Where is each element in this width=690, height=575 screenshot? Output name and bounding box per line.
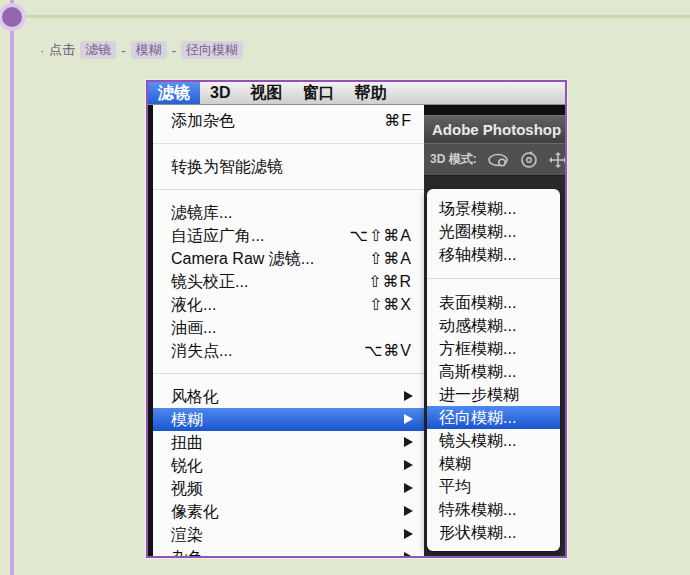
menu-item-distort[interactable]: 扭曲 xyxy=(153,431,424,454)
menu-item-noise[interactable]: 杂色 xyxy=(153,546,424,556)
submenu-arrow-icon xyxy=(404,506,413,516)
submenu-item-radial-blur[interactable]: 径向模糊... xyxy=(427,406,560,429)
instruction-action: 点击 xyxy=(49,41,75,59)
menu-item-lens-correction[interactable]: 镜头校正... ⇧⌘R xyxy=(153,270,424,293)
submenu-item-smart-blur[interactable]: 特殊模糊... xyxy=(427,498,560,521)
submenu-item-lens-blur[interactable]: 镜头模糊... xyxy=(427,429,560,452)
submenu-item-box-blur[interactable]: 方框模糊... xyxy=(427,337,560,360)
submenu-arrow-icon xyxy=(404,529,413,539)
step-tag-radial-blur: 径向模糊 xyxy=(181,41,243,59)
pan-3d-icon[interactable] xyxy=(548,151,567,169)
shortcut-label: ⌥⌘V xyxy=(364,339,412,362)
menubar-item-3d[interactable]: 3D xyxy=(200,82,240,104)
submenu-item-shape-blur[interactable]: 形状模糊... xyxy=(427,521,560,544)
submenu-item-average[interactable]: 平均 xyxy=(427,475,560,498)
menu-item-render[interactable]: 渲染 xyxy=(153,523,424,546)
submenu-item-tilt-shift[interactable]: 移轴模糊... xyxy=(427,243,560,266)
menu-item-sharpen[interactable]: 锐化 xyxy=(153,454,424,477)
window-title: Adobe Photoshop xyxy=(424,115,565,143)
step-separator: - xyxy=(172,43,176,58)
submenu-item-blur-more[interactable]: 进一步模糊 xyxy=(427,383,560,406)
blur-submenu: 场景模糊... 光圈模糊... 移轴模糊... 表面模糊... 动感模糊... … xyxy=(427,189,560,551)
submenu-item-iris-blur[interactable]: 光圈模糊... xyxy=(427,220,560,243)
menu-item-adaptive-wide-angle[interactable]: 自适应广角... ⌥⇧⌘A xyxy=(153,224,424,247)
submenu-arrow-icon xyxy=(404,414,413,424)
submenu-arrow-icon xyxy=(404,391,413,401)
menubar-item-window[interactable]: 窗口 xyxy=(292,82,344,104)
menu-item-stylize[interactable]: 风格化 xyxy=(153,385,424,408)
menu-separator xyxy=(153,373,424,374)
submenu-arrow-icon xyxy=(404,437,413,447)
shortcut-label: ⇧⌘A xyxy=(369,247,412,270)
menubar-item-view[interactable]: 视图 xyxy=(240,82,292,104)
step-tag-blur: 模糊 xyxy=(131,41,167,59)
submenu-arrow-icon xyxy=(404,460,413,470)
menu-item-blur[interactable]: 模糊 xyxy=(153,408,424,431)
instruction-bullet: · xyxy=(40,43,44,58)
menu-item-oil-paint[interactable]: 油画... xyxy=(153,316,424,339)
submenu-item-gaussian-blur[interactable]: 高斯模糊... xyxy=(427,360,560,383)
menu-item-filter-gallery[interactable]: 滤镜库... xyxy=(153,201,424,224)
menu-item-pixelate[interactable]: 像素化 xyxy=(153,500,424,523)
menu-item-liquify[interactable]: 液化... ⇧⌘X xyxy=(153,293,424,316)
menu-separator xyxy=(427,278,560,279)
annotation-vertical-line xyxy=(10,0,14,575)
menu-separator xyxy=(153,189,424,190)
step-tag-filter: 滤镜 xyxy=(80,41,116,59)
submenu-arrow-icon xyxy=(404,483,413,493)
menubar-item-help[interactable]: 帮助 xyxy=(344,82,396,104)
menu-item-video[interactable]: 视频 xyxy=(153,477,424,500)
menu-item-convert-smart-filters[interactable]: 转换为智能滤镜 xyxy=(153,155,424,178)
menubar-item-filter[interactable]: 滤镜 xyxy=(148,82,200,104)
instruction-line: · 点击 滤镜 - 模糊 - 径向模糊 xyxy=(40,41,243,59)
options-bar: 3D 模式: xyxy=(424,143,565,176)
shortcut-label: ⇧⌘X xyxy=(369,293,412,316)
photoshop-screenshot: 滤镜 3D 视图 窗口 帮助 Adobe Photoshop 3D 模式: xyxy=(146,80,567,558)
submenu-item-motion-blur[interactable]: 动感模糊... xyxy=(427,314,560,337)
annotation-horizontal-line xyxy=(16,15,690,18)
app-menubar: 滤镜 3D 视图 窗口 帮助 xyxy=(148,82,565,105)
submenu-item-surface-blur[interactable]: 表面模糊... xyxy=(427,291,560,314)
shortcut-label: ⌥⇧⌘A xyxy=(349,224,412,247)
3d-mode-label: 3D 模式: xyxy=(430,151,477,168)
step-separator: - xyxy=(121,43,125,58)
submenu-item-blur[interactable]: 模糊 xyxy=(427,452,560,475)
shortcut-label: ⇧⌘R xyxy=(368,270,412,293)
menu-item-vanishing-point[interactable]: 消失点... ⌥⌘V xyxy=(153,339,424,362)
shortcut-label: ⌘F xyxy=(384,109,412,132)
submenu-arrow-icon xyxy=(404,552,413,556)
filter-menu-dropdown: 添加杂色 ⌘F 转换为智能滤镜 滤镜库... 自适应广角... ⌥⇧⌘A Cam… xyxy=(153,105,424,556)
annotation-bullet-dot xyxy=(2,7,22,27)
submenu-item-field-blur[interactable]: 场景模糊... xyxy=(427,197,560,220)
roll-3d-icon[interactable] xyxy=(519,151,539,169)
menu-separator xyxy=(153,143,424,144)
menu-item-add-noise[interactable]: 添加杂色 ⌘F xyxy=(153,109,424,132)
orbit-3d-icon[interactable] xyxy=(486,151,510,169)
menu-item-camera-raw[interactable]: Camera Raw 滤镜... ⇧⌘A xyxy=(153,247,424,270)
window-edge-strip xyxy=(424,105,565,115)
